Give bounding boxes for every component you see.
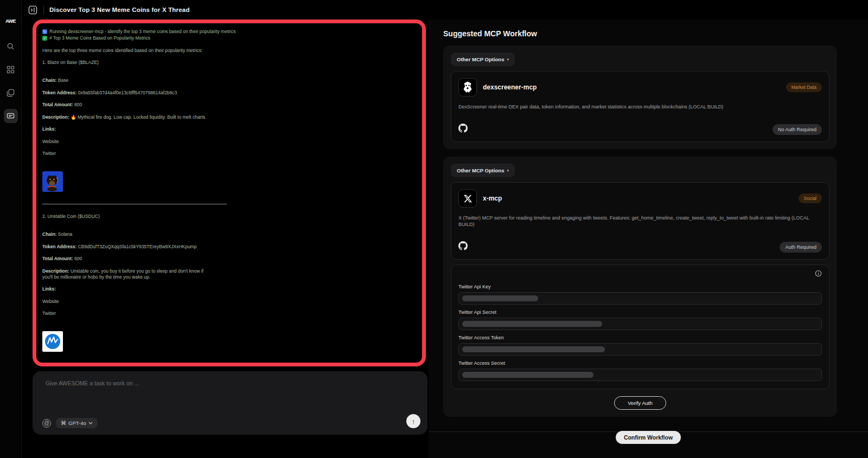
- left-rail: AWE: [0, 0, 22, 458]
- description-value: 🔥 Mythical fire dog. Low cap. Locked liq…: [71, 114, 206, 120]
- blaze-coin-image: [42, 171, 63, 192]
- workflow-panel: Suggested MCP Workflow Other MCP Options…: [429, 20, 868, 458]
- chain-value: Solana: [58, 231, 72, 237]
- amount-value: 800: [74, 102, 82, 107]
- confirm-workflow-button[interactable]: Confirm Workflow: [616, 431, 681, 444]
- redacted-value: [462, 295, 538, 301]
- usduc-coin-image: [42, 331, 63, 352]
- chat-transcript: ↻ Running dexscreener-mcp - Identify the…: [42, 29, 416, 364]
- other-mcp-options-button[interactable]: Other MCP Options ▾: [451, 164, 515, 177]
- coin-heading: 2. Unstable Coin ($USDUC): [42, 214, 416, 220]
- chain-value: Base: [58, 78, 68, 83]
- status-done-text: # Top 3 Meme Coins Based on Popularity M…: [49, 35, 150, 41]
- coin-token: Token Address: 0x9a55fab37d4a4f0e13c8fff…: [42, 90, 416, 96]
- intro-text: Here are the top three meme coins identi…: [42, 48, 416, 54]
- status-running: ↻ Running dexscreener-mcp - Identify the…: [42, 29, 416, 35]
- mcp-card-dexscreener[interactable]: dexscreener-mcp Market Data DexScreener …: [451, 71, 829, 142]
- chevron-down-icon: [88, 422, 93, 424]
- mcp-description: DexScreener real-time DEX pair data, tok…: [458, 104, 822, 110]
- caret-down-icon: ▾: [507, 169, 509, 173]
- amount-label: Total Amount:: [42, 102, 73, 107]
- awe-logo: AWE: [4, 18, 18, 24]
- workflow-footer: Confirm Workflow: [429, 431, 868, 444]
- running-icon: ↻: [42, 29, 47, 34]
- mcp-name: dexscreener-mcp: [483, 83, 537, 91]
- task-input[interactable]: [46, 380, 414, 408]
- api-secret-input[interactable]: [458, 318, 822, 330]
- github-icon[interactable]: [458, 124, 468, 135]
- status-done: ✓ # Top 3 Meme Coins Based on Popularity…: [42, 35, 416, 41]
- coin-description: Description: Unstable coin, you buy it b…: [42, 268, 212, 280]
- coin-token: Token Address: CB9dDufT3ZuQXqqSfa1c5kY93…: [42, 244, 416, 250]
- website-link[interactable]: Website: [42, 139, 416, 145]
- check-icon: ✓: [42, 36, 47, 41]
- token-value: 0x9a55fab37d4a4f0e13c8fff5470798614af2b8…: [78, 90, 177, 95]
- field-label-api-secret: Twitter Api Secret: [458, 309, 822, 315]
- links-heading: Links:: [42, 286, 416, 292]
- api-key-input[interactable]: [458, 292, 822, 305]
- command-icon: ⌘: [61, 420, 66, 426]
- category-badge: Market Data: [786, 82, 822, 92]
- links-label: Links:: [42, 286, 56, 292]
- token-value: CB9dDufT3ZuQXqqSfa1c5kY935TEreyBw9XJXxHK…: [78, 244, 197, 249]
- other-mcp-options-label: Other MCP Options: [457, 167, 504, 173]
- amount-value: 600: [74, 256, 82, 261]
- topbar-divider: [43, 6, 44, 14]
- section-divider: [42, 364, 227, 364]
- auth-status-badge: No Auth Required: [773, 124, 822, 135]
- coin-heading: 1. Blaze on Base ($BLAZE): [42, 60, 416, 66]
- mcp-description: X (Twitter) MCP server for reading timel…: [458, 215, 822, 228]
- amount-label: Total Amount:: [42, 256, 73, 261]
- links-heading: Links:: [42, 126, 416, 132]
- access-secret-input[interactable]: [458, 369, 822, 381]
- page-title: Discover Top 3 New Meme Coins for X Thre…: [49, 7, 190, 13]
- twitter-link[interactable]: Twitter: [42, 151, 416, 157]
- workflow-title: Suggested MCP Workflow: [443, 29, 868, 38]
- search-icon[interactable]: [4, 39, 18, 53]
- github-icon[interactable]: [458, 241, 468, 253]
- model-name: GPT-4o: [68, 420, 86, 426]
- twitter-auth-form: Twitter Api Key Twitter Api Secret Twitt…: [451, 265, 829, 389]
- panel-toggle-icon[interactable]: [28, 5, 38, 15]
- description-label: Description:: [42, 268, 69, 274]
- coin-amount: Total Amount: 600: [42, 256, 416, 262]
- redacted-value: [462, 321, 602, 327]
- token-label: Token Address:: [42, 90, 76, 95]
- mcp-name: x-mcp: [483, 195, 502, 202]
- field-label-api-key: Twitter Api Key: [458, 284, 822, 289]
- caret-down-icon: ▾: [507, 57, 509, 62]
- mcp-card-x[interactable]: x-mcp Social X (Twitter) MCP server for …: [451, 182, 829, 260]
- top-bar: Discover Top 3 New Meme Coins for X Thre…: [22, 0, 868, 20]
- auth-status-badge: Auth Required: [780, 242, 822, 253]
- chain-label: Chain:: [42, 231, 56, 237]
- task-composer[interactable]: @ ⌘ GPT-4o ↑: [33, 371, 427, 435]
- description-label: Description:: [42, 114, 69, 120]
- coin-description: Description: 🔥 Mythical fire dog. Low ca…: [42, 114, 416, 120]
- access-token-input[interactable]: [458, 343, 822, 356]
- send-button[interactable]: ↑: [406, 414, 420, 428]
- other-mcp-options-button[interactable]: Other MCP Options ▾: [451, 53, 515, 66]
- mention-icon[interactable]: @: [42, 419, 51, 428]
- workflow-step-dexscreener: Other MCP Options ▾ dexscreener-mcp Mark…: [443, 46, 837, 149]
- model-selector[interactable]: ⌘ GPT-4o: [56, 418, 98, 428]
- sessions-icon[interactable]: [4, 86, 18, 100]
- chat-icon[interactable]: [4, 109, 18, 123]
- field-label-access-secret: Twitter Access Secret: [458, 360, 822, 366]
- info-icon[interactable]: [815, 269, 822, 279]
- field-label-access-token: Twitter Access Token: [458, 335, 822, 340]
- redacted-value: [462, 346, 605, 352]
- apps-grid-icon[interactable]: [4, 62, 18, 76]
- coin-chain: Chain: Base: [42, 78, 416, 83]
- verify-auth-button[interactable]: Verify Auth: [614, 396, 666, 410]
- coin-chain: Chain: Solana: [42, 231, 416, 237]
- redacted-value: [462, 372, 593, 378]
- other-mcp-options-label: Other MCP Options: [457, 56, 504, 62]
- twitter-link[interactable]: Twitter: [42, 311, 416, 317]
- dexscreener-logo: [458, 78, 477, 96]
- agent-output-highlight: ↻ Running dexscreener-mcp - Identify the…: [33, 20, 426, 366]
- links-label: Links:: [42, 126, 56, 132]
- website-link[interactable]: Website: [42, 299, 416, 305]
- coin-amount: Total Amount: 800: [42, 102, 416, 108]
- section-divider: [42, 204, 227, 204]
- category-badge: Social: [799, 193, 822, 203]
